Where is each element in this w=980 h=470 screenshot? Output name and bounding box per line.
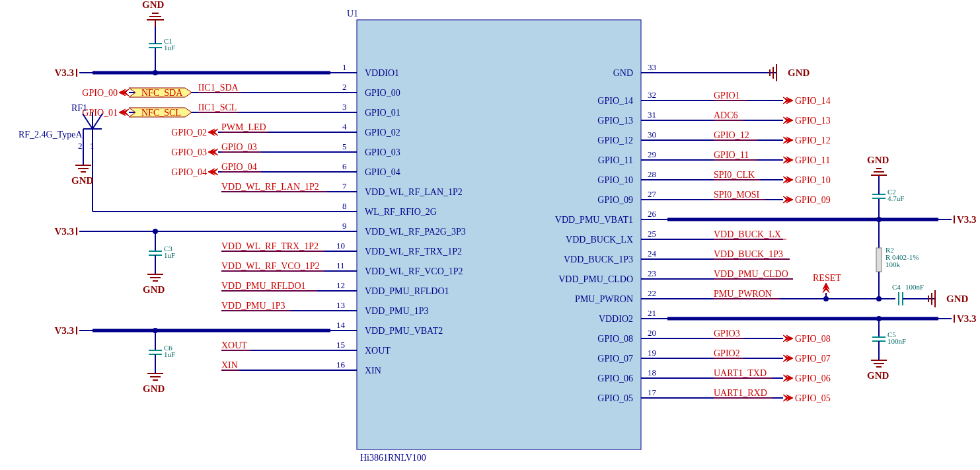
svg-text:GPIO_04: GPIO_04: [171, 167, 207, 177]
svg-text:GND: GND: [71, 175, 94, 186]
svg-text:GPIO_04: GPIO_04: [221, 162, 257, 172]
svg-text:VDD_PMU_CLDO: VDD_PMU_CLDO: [714, 269, 788, 279]
svg-text:3: 3: [342, 102, 347, 112]
svg-text:10: 10: [336, 241, 345, 251]
svg-text:GND: GND: [143, 383, 165, 394]
svg-text:V3.3: V3.3: [54, 226, 74, 237]
svg-text:VDDIO2: VDDIO2: [599, 314, 633, 324]
svg-text:32: 32: [648, 90, 656, 100]
svg-text:VDD_BUCK_1P3: VDD_BUCK_1P3: [714, 249, 783, 259]
svg-text:19: 19: [648, 348, 656, 358]
svg-text:VDD_PMU_VBAT2: VDD_PMU_VBAT2: [365, 326, 443, 336]
svg-text:V3.3: V3.3: [957, 313, 977, 324]
svg-text:20: 20: [648, 328, 656, 338]
svg-text:NFC_SDA: NFC_SDA: [141, 88, 183, 98]
svg-text:VDD_WL_RF_VCO_1P2: VDD_WL_RF_VCO_1P2: [365, 266, 463, 276]
svg-text:VDD_BUCK_LX: VDD_BUCK_LX: [714, 229, 781, 239]
svg-text:16: 16: [336, 360, 346, 370]
svg-text:VDDIO1: VDDIO1: [365, 68, 399, 78]
svg-text:GPIO_09: GPIO_09: [795, 195, 831, 205]
svg-text:11: 11: [336, 260, 345, 270]
svg-text:GPIO_13: GPIO_13: [795, 116, 831, 126]
svg-text:GPIO_12: GPIO_12: [597, 136, 633, 145]
svg-text:GPIO_12: GPIO_12: [795, 136, 831, 145]
svg-text:SPI0_CLK: SPI0_CLK: [714, 170, 755, 180]
svg-text:GPIO1: GPIO1: [714, 91, 740, 100]
svg-text:RF_2.4G_TypeA: RF_2.4G_TypeA: [19, 130, 83, 139]
svg-text:PMU_PWRON: PMU_PWRON: [714, 289, 772, 299]
svg-text:C4: C4: [892, 283, 901, 291]
svg-text:GPIO_09: GPIO_09: [597, 195, 633, 205]
svg-text:SPI0_MOSI: SPI0_MOSI: [714, 190, 760, 200]
svg-text:1: 1: [342, 62, 347, 72]
svg-text:GPIO_03: GPIO_03: [171, 147, 207, 157]
svg-text:VDD_BUCK_1P3: VDD_BUCK_1P3: [564, 255, 633, 264]
svg-text:PWM_LED: PWM_LED: [221, 122, 266, 132]
svg-text:1uF: 1uF: [164, 251, 175, 259]
svg-text:2: 2: [78, 141, 83, 151]
schematic-canvas: U1 Hi3861RNLV100 1VDDIO1 2GPIO_00 3GPIO_…: [0, 0, 980, 470]
svg-text:GPIO_01: GPIO_01: [82, 108, 118, 118]
svg-text:VDD_WL_RF_TRX_1P2: VDD_WL_RF_TRX_1P2: [365, 247, 462, 256]
svg-text:GPIO_14: GPIO_14: [597, 96, 633, 106]
svg-text:GPIO2: GPIO2: [714, 348, 740, 358]
svg-text:GPIO_03: GPIO_03: [365, 147, 400, 157]
svg-text:IIC1_SDA: IIC1_SDA: [198, 83, 239, 93]
svg-text:27: 27: [648, 189, 657, 199]
svg-text:GPIO_02: GPIO_02: [171, 128, 207, 137]
svg-text:GPIO_07: GPIO_07: [795, 354, 831, 364]
svg-text:GPIO3: GPIO3: [714, 329, 740, 338]
svg-text:VDD_WL_RF_PA2G_3P3: VDD_WL_RF_PA2G_3P3: [365, 227, 466, 237]
svg-text:GPIO_08: GPIO_08: [597, 334, 633, 344]
svg-text:8: 8: [342, 201, 347, 211]
ic-part: Hi3861RNLV100: [360, 453, 426, 463]
svg-text:GPIO_03: GPIO_03: [221, 142, 257, 152]
svg-text:GPIO_04: GPIO_04: [365, 167, 400, 177]
svg-text:GND: GND: [946, 294, 969, 304]
svg-text:VDD_PMU_VBAT1: VDD_PMU_VBAT1: [555, 215, 633, 225]
svg-text:GPIO_12: GPIO_12: [714, 130, 749, 140]
svg-text:15: 15: [336, 340, 345, 350]
svg-text:ADC6: ADC6: [714, 110, 738, 120]
svg-text:30: 30: [648, 130, 656, 139]
svg-text:RESET: RESET: [813, 273, 841, 283]
svg-text:V3.3: V3.3: [54, 325, 74, 336]
svg-text:UART1_TXD: UART1_TXD: [714, 368, 767, 378]
gnd-symbol: [147, 13, 164, 26]
svg-text:VDD_PMU_CLDO: VDD_PMU_CLDO: [558, 274, 633, 284]
svg-text:17: 17: [648, 387, 657, 397]
svg-text:GPIO_11: GPIO_11: [795, 155, 830, 165]
svg-text:GPIO_14: GPIO_14: [795, 96, 831, 106]
svg-text:5: 5: [342, 141, 347, 151]
svg-text:14: 14: [336, 320, 346, 330]
svg-text:1uF: 1uF: [164, 44, 175, 52]
svg-text:29: 29: [648, 149, 656, 159]
svg-text:GPIO_13: GPIO_13: [597, 116, 633, 126]
svg-text:VDD_WL_RF_LAN_1P2: VDD_WL_RF_LAN_1P2: [221, 182, 319, 192]
right-gpio-nets: GPIO1GPIO_14 ADC6GPIO_13 GPIO_12GPIO_12 …: [667, 91, 831, 205]
svg-text:XIN: XIN: [365, 366, 381, 375]
svg-text:GND: GND: [142, 0, 165, 10]
svg-text:31: 31: [648, 110, 656, 120]
svg-text:GPIO_07: GPIO_07: [597, 354, 633, 364]
svg-text:24: 24: [648, 249, 657, 258]
svg-text:GND: GND: [867, 155, 889, 165]
svg-text:GPIO_11: GPIO_11: [714, 150, 749, 160]
svg-text:4: 4: [342, 122, 347, 132]
svg-text:21: 21: [648, 308, 656, 318]
svg-text:RF1: RF1: [71, 103, 87, 113]
svg-text:GPIO_06: GPIO_06: [597, 373, 633, 383]
svg-text:GPIO_08: GPIO_08: [795, 334, 831, 344]
svg-text:22: 22: [648, 288, 656, 298]
svg-text:GPIO_11: GPIO_11: [598, 155, 633, 165]
svg-text:GPIO_10: GPIO_10: [597, 175, 633, 185]
svg-text:33: 33: [648, 62, 656, 72]
svg-text:1uF: 1uF: [164, 350, 175, 358]
svg-point-293: [823, 296, 829, 301]
svg-text:GPIO_05: GPIO_05: [795, 393, 831, 403]
svg-text:26: 26: [648, 209, 657, 219]
svg-text:GPIO_00: GPIO_00: [82, 88, 118, 98]
svg-text:GPIO_06: GPIO_06: [795, 373, 831, 383]
svg-text:PMU_PWRON: PMU_PWRON: [575, 294, 633, 304]
svg-text:VDD_WL_RF_LAN_1P2: VDD_WL_RF_LAN_1P2: [365, 187, 463, 197]
